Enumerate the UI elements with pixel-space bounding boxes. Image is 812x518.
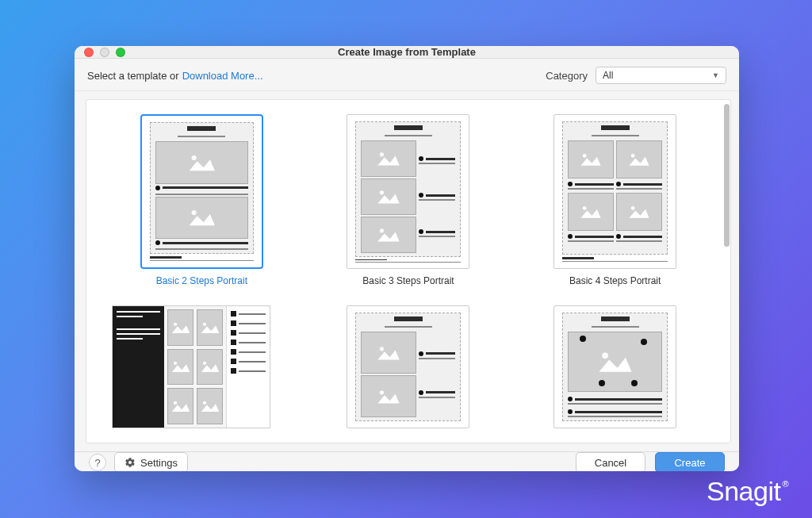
settings-button[interactable]: Settings <box>114 452 188 471</box>
cancel-button[interactable]: Cancel <box>576 452 645 471</box>
svg-point-27 <box>203 362 206 365</box>
svg-point-35 <box>380 390 384 394</box>
svg-marker-14 <box>630 157 649 166</box>
svg-marker-20 <box>172 325 190 333</box>
template-thumbnail <box>140 114 263 269</box>
svg-marker-22 <box>201 325 219 333</box>
brand-logo: Snagit® <box>707 476 788 507</box>
template-label: Basic 4 Steps Portrait <box>569 275 661 286</box>
svg-point-37 <box>602 352 608 359</box>
svg-marker-26 <box>201 365 219 373</box>
svg-marker-16 <box>581 209 601 218</box>
category-value: All <box>603 70 613 81</box>
maximize-icon[interactable] <box>116 48 125 57</box>
svg-marker-18 <box>630 209 649 218</box>
svg-marker-6 <box>378 156 400 166</box>
help-icon: ? <box>94 457 100 469</box>
gear-icon <box>124 457 136 468</box>
window-title: Create Image from Template <box>75 46 739 58</box>
template-thumbnail <box>553 114 676 269</box>
svg-marker-8 <box>378 194 400 204</box>
template-thumbnail <box>553 305 676 428</box>
svg-marker-24 <box>172 365 190 373</box>
scrollbar-thumb[interactable] <box>724 104 730 247</box>
svg-marker-10 <box>378 232 400 242</box>
category-label: Category <box>546 70 588 82</box>
svg-point-31 <box>203 401 206 405</box>
svg-point-2 <box>191 155 196 160</box>
svg-marker-28 <box>172 404 190 412</box>
minimize-icon <box>100 48 109 57</box>
svg-point-17 <box>583 206 587 210</box>
svg-marker-36 <box>599 358 631 372</box>
template-thumbnail <box>347 305 469 428</box>
template-item-basic-2-steps[interactable]: Basic 2 Steps Portrait <box>118 114 285 286</box>
category-dropdown[interactable]: All ▼ <box>596 67 726 84</box>
create-button[interactable]: Create <box>655 452 725 471</box>
template-item-partial-1[interactable] <box>325 305 492 428</box>
svg-point-11 <box>380 228 384 232</box>
template-label: Basic 3 Steps Portrait <box>362 275 454 286</box>
svg-point-33 <box>380 347 384 351</box>
template-item-complex[interactable] <box>98 305 285 428</box>
svg-point-25 <box>174 362 177 365</box>
template-dialog: Create Image from Template Select a temp… <box>75 46 739 471</box>
svg-point-15 <box>631 154 635 158</box>
traffic-lights <box>84 48 125 57</box>
svg-marker-32 <box>378 350 400 359</box>
select-template-label: Select a template or <box>87 70 179 82</box>
template-item-basic-4-steps[interactable]: Basic 4 Steps Portrait <box>531 114 699 286</box>
template-label: Basic 2 Steps Portrait <box>156 275 247 286</box>
svg-point-7 <box>380 152 384 156</box>
download-more-link[interactable]: Download More... <box>182 70 263 82</box>
footer-bar: ? Settings Cancel Create <box>75 451 739 471</box>
svg-point-9 <box>380 190 384 194</box>
titlebar: Create Image from Template <box>75 46 739 59</box>
svg-marker-12 <box>581 157 601 166</box>
svg-marker-30 <box>201 404 219 412</box>
template-thumbnail <box>112 305 270 428</box>
template-item-partial-2[interactable] <box>531 305 699 428</box>
chevron-down-icon: ▼ <box>712 71 719 79</box>
help-button[interactable]: ? <box>89 454 106 471</box>
svg-point-21 <box>174 323 177 326</box>
close-icon[interactable] <box>84 48 94 57</box>
header-bar: Select a template or Download More... Ca… <box>75 59 739 91</box>
settings-label: Settings <box>140 457 178 469</box>
svg-point-29 <box>174 401 177 405</box>
svg-point-19 <box>631 206 635 210</box>
svg-point-5 <box>191 210 196 215</box>
svg-point-23 <box>203 323 206 326</box>
template-grid: Basic 2 Steps Portrait <box>86 99 731 443</box>
svg-point-13 <box>583 154 587 158</box>
template-item-basic-3-steps[interactable]: Basic 3 Steps Portrait <box>325 114 492 286</box>
template-thumbnail <box>347 114 469 269</box>
svg-marker-34 <box>378 393 400 403</box>
